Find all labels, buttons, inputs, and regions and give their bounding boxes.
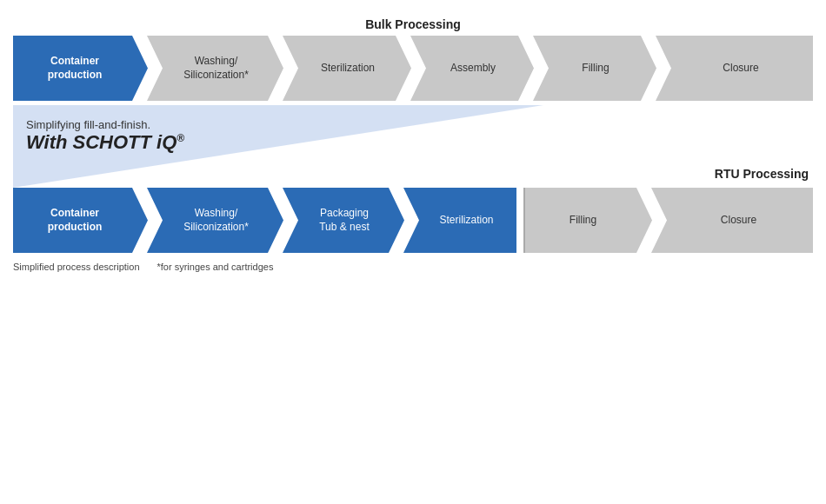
- simplifying-subtitle: Simplifying fill-and-finish.: [26, 118, 184, 131]
- rtu-filling-step: Filling: [523, 188, 652, 253]
- bulk-process-row: Container production Washing/Siliconizat…: [13, 36, 813, 101]
- simplifying-text-block: Simplifying fill-and-finish. With SCHOTT…: [26, 118, 184, 154]
- rtu-closure-step: Closure: [651, 188, 813, 253]
- rtu-sterilization-step: Sterilization: [403, 188, 516, 253]
- diagram-container: Bulk Processing Container production Was…: [0, 0, 826, 504]
- bulk-washing-step: Washing/Siliconization*: [147, 36, 283, 101]
- bulk-sterilization-step: Sterilization: [283, 36, 411, 101]
- footnotes-row: Simplified process description *for syri…: [13, 262, 813, 272]
- schott-iq-label: With SCHOTT iQ: [26, 131, 177, 153]
- rtu-washing-step: Washing/Siliconization*: [147, 188, 283, 253]
- rtu-packaging-step: PackagingTub & nest: [283, 188, 404, 253]
- registered-symbol: ®: [177, 132, 184, 144]
- bulk-closure-step: Closure: [656, 36, 813, 101]
- bulk-assembly-step: Assembly: [410, 36, 534, 101]
- schott-iq-heading: With SCHOTT iQ®: [26, 131, 184, 154]
- footnote-syringes: *for syringes and cartridges: [157, 262, 274, 272]
- footnote-simplified: Simplified process description: [13, 262, 140, 272]
- middle-section: Simplifying fill-and-finish. With SCHOTT…: [13, 105, 813, 188]
- bulk-container-step: Container production: [13, 36, 148, 101]
- rtu-container-step: Container production: [13, 188, 148, 253]
- rtu-process-row: Container production Washing/Siliconizat…: [13, 188, 813, 253]
- rtu-processing-label: RTU Processing: [715, 167, 809, 181]
- bulk-filling-step: Filling: [533, 36, 656, 101]
- bulk-processing-label: Bulk Processing: [13, 17, 813, 31]
